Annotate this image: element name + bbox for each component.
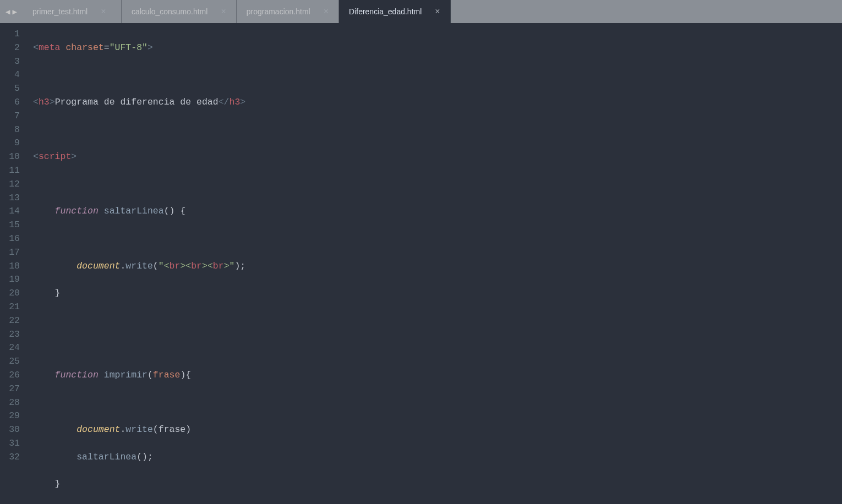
close-icon[interactable]: × <box>324 7 329 17</box>
line-number: 27 <box>4 382 20 396</box>
titlebar: ◀ ▶ primer_test.html × calculo_consumo.h… <box>0 0 842 23</box>
nav-arrows: ◀ ▶ <box>0 7 23 17</box>
line-number: 17 <box>4 246 20 260</box>
nav-forward-icon[interactable]: ▶ <box>12 7 17 17</box>
code-line: function saltarLinea() { <box>33 205 842 218</box>
editor: 1234567891011121314151617181920212223242… <box>0 23 842 504</box>
line-number: 14 <box>4 205 20 218</box>
code-line <box>33 123 842 137</box>
line-number: 18 <box>4 260 20 273</box>
code-line: <h3>Programa de diferencia de edad</h3> <box>33 96 842 109</box>
line-number: 4 <box>4 68 20 82</box>
code-line: saltarLinea(); <box>33 451 842 464</box>
line-number: 32 <box>4 451 20 464</box>
code-line: function imprimir(frase){ <box>33 369 842 382</box>
line-number: 3 <box>4 55 20 69</box>
code-line <box>33 232 842 246</box>
code-line: <meta charset="UFT-8"> <box>33 41 842 55</box>
code-line <box>33 178 842 191</box>
code-line: document.write("<br><br><br>"); <box>33 260 842 273</box>
nav-back-icon[interactable]: ◀ <box>6 7 10 17</box>
line-number: 16 <box>4 232 20 246</box>
line-number: 6 <box>4 96 20 109</box>
close-icon[interactable]: × <box>221 7 226 17</box>
line-number: 23 <box>4 328 20 342</box>
tab-label: Diferencia_edad.html <box>349 7 422 16</box>
tabs: primer_test.html × calculo_consumo.html … <box>23 0 451 23</box>
line-number: 25 <box>4 355 20 369</box>
line-number: 30 <box>4 423 20 437</box>
tab-label: primer_test.html <box>32 7 88 16</box>
line-number: 9 <box>4 136 20 150</box>
line-number: 29 <box>4 409 20 423</box>
line-number: 2 <box>4 41 20 55</box>
line-number: 28 <box>4 396 20 410</box>
code-line: document.write(frase) <box>33 423 842 437</box>
line-number: 31 <box>4 437 20 451</box>
line-number: 8 <box>4 123 20 137</box>
code-line <box>33 314 842 328</box>
code-line: } <box>33 287 842 300</box>
line-number: 15 <box>4 218 20 232</box>
gutter: 1234567891011121314151617181920212223242… <box>0 23 26 504</box>
tab-calculo-consumo[interactable]: calculo_consumo.html × <box>122 0 237 23</box>
line-number: 13 <box>4 191 20 205</box>
code-line <box>33 341 842 355</box>
close-icon[interactable]: × <box>435 7 440 17</box>
line-number: 19 <box>4 273 20 287</box>
code-line: } <box>33 478 842 491</box>
code-area[interactable]: <meta charset="UFT-8"> <h3>Programa de d… <box>26 23 842 504</box>
tab-label: programacion.html <box>247 7 310 16</box>
line-number: 10 <box>4 150 20 164</box>
tab-programacion[interactable]: programacion.html × <box>237 0 339 23</box>
line-number: 5 <box>4 82 20 96</box>
line-number: 12 <box>4 178 20 191</box>
tab-diferencia-edad[interactable]: Diferencia_edad.html × <box>339 0 451 23</box>
line-number: 24 <box>4 341 20 355</box>
line-number: 7 <box>4 109 20 123</box>
line-number: 11 <box>4 164 20 178</box>
line-number: 1 <box>4 28 20 41</box>
code-line: <script> <box>33 150 842 164</box>
tab-label: calculo_consumo.html <box>132 7 208 16</box>
line-number: 26 <box>4 369 20 382</box>
code-line <box>33 68 842 82</box>
tab-primer-test[interactable]: primer_test.html × <box>23 0 122 23</box>
line-number: 20 <box>4 287 20 300</box>
line-number: 21 <box>4 300 20 314</box>
line-number: 22 <box>4 314 20 328</box>
close-icon[interactable]: × <box>101 7 106 17</box>
code-line <box>33 396 842 410</box>
